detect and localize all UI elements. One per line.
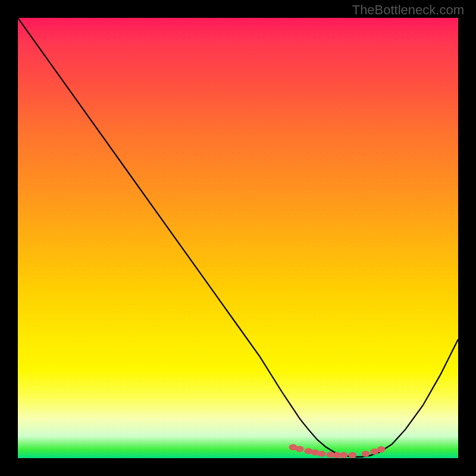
marker-dot xyxy=(348,452,356,458)
marker-dot xyxy=(340,452,348,458)
marker-dot xyxy=(318,450,326,456)
chart-container xyxy=(18,18,458,458)
marker-dot xyxy=(362,450,370,456)
watermark-text: TheBottleneck.com xyxy=(352,2,464,18)
marker-dot xyxy=(377,446,386,452)
chart-markers xyxy=(18,18,458,458)
marker-dot xyxy=(296,446,304,452)
